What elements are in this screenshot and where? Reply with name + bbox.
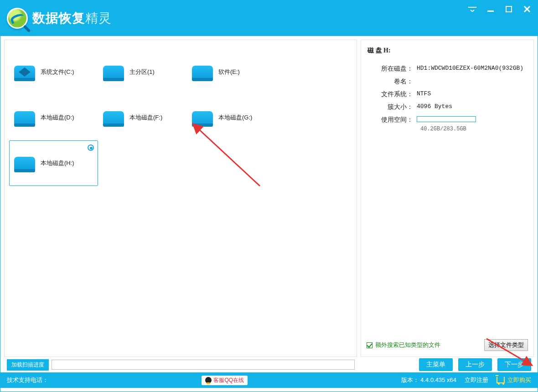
drive-item[interactable]: 主分区(1) [98,49,187,95]
main-menu-button[interactable]: 主菜单 [419,358,453,371]
drive-grid: 系统文件(C:)主分区(1)软件(E:)本地磁盘(D:)本地磁盘(F:)本地磁盘… [9,49,352,186]
app-title-suffix: 精灵 [85,11,112,25]
info-key: 卷名： [367,77,417,86]
info-title: 磁 盘 H: [367,46,528,55]
bottom-bar: 加载扫描进度 主菜单 上一步 下一步 [0,357,538,372]
drive-item[interactable]: 软件(E:) [187,49,276,95]
drive-label: 软件(E:) [218,68,240,76]
svg-rect-1 [506,6,512,12]
drive-item[interactable]: 本地磁盘(G:) [187,95,276,140]
drive-label: 主分区(1) [129,68,155,76]
drive-icon [103,63,125,81]
drive-item[interactable]: 本地磁盘(D:) [9,95,98,140]
load-progress-button[interactable]: 加载扫描进度 [7,359,49,371]
choose-filetype-button[interactable]: 选择文件类型 [484,339,528,351]
info-value: HD1:WDCWD10EZEX-60M2NA0(932GB) [417,65,528,73]
drive-icon [192,108,214,127]
drive-icon [192,63,214,81]
version-label: 版本： 4.4.0.435 x64 [401,376,456,384]
info-key: 簇大小： [367,103,417,111]
register-link[interactable]: 立即注册 [465,376,488,384]
info-value: 4096 Bytes [417,103,528,111]
title-bar: 数据恢复精灵 [0,0,538,36]
nav-buttons: 主菜单 上一步 下一步 [419,358,531,371]
drive-item[interactable]: 本地磁盘(H:) [9,140,98,186]
maximize-button[interactable] [505,5,513,13]
info-rows: 所在磁盘： HD1:WDCWD10EZEX-60M2NA0(932GB) 卷名：… [367,65,528,124]
drive-icon [14,108,36,127]
info-key: 文件系统： [367,90,417,98]
status-right: 版本： 4.4.0.435 x64 立即注册 立即购买 [401,376,531,384]
drive-icon [14,154,36,172]
main-area: 系统文件(C:)主分区(1)软件(E:)本地磁盘(D:)本地磁盘(F:)本地磁盘… [0,36,538,357]
info-value: NTFS [417,90,528,98]
qq-support-button[interactable]: 客服QQ在线 [202,376,248,385]
support-phone-label: 技术支持电话： [7,376,48,384]
cart-icon [497,377,505,383]
dropdown-button[interactable] [468,5,476,13]
drive-label: 本地磁盘(G:) [218,113,252,122]
info-value [417,77,528,86]
info-row-volume: 卷名： [367,77,528,86]
drive-item[interactable]: 本地磁盘(F:) [98,95,187,140]
minimize-button[interactable] [486,5,495,13]
info-row-filesystem: 文件系统： NTFS [367,90,528,98]
info-bottom: 额外搜索已知类型的文件 选择文件类型 [367,339,528,351]
usage-bar [417,116,476,122]
progress-path-input[interactable] [52,360,355,370]
usage-text: 40.2GB/283.5GB [420,126,528,132]
extra-search-checkbox[interactable]: 额外搜索已知类型的文件 [367,341,440,349]
drive-label: 本地磁盘(H:) [41,159,74,167]
drive-panel: 系统文件(C:)主分区(1)软件(E:)本地磁盘(D:)本地磁盘(F:)本地磁盘… [4,40,357,357]
app-title: 数据恢复精灵 [32,10,112,27]
qq-label: 客服QQ在线 [213,377,244,384]
svg-rect-0 [487,10,494,12]
qq-icon [205,377,212,383]
app-logo: 数据恢复精灵 [7,8,112,29]
info-row-usage: 使用空间： [367,116,528,124]
drive-label: 本地磁盘(D:) [41,113,74,122]
prev-button[interactable]: 上一步 [458,358,492,371]
drive-label: 系统文件(C:) [41,68,74,76]
drive-icon [103,108,125,127]
app-title-main: 数据恢复 [32,11,85,25]
info-row-cluster: 簇大小： 4096 Bytes [367,103,528,111]
drive-icon [14,63,36,81]
checkbox-icon [367,342,372,348]
info-key: 所在磁盘： [367,65,417,73]
drive-item[interactable]: 系统文件(C:) [9,49,98,95]
buy-label: 立即购买 [507,376,531,384]
info-key: 使用空间： [367,116,417,124]
next-button[interactable]: 下一步 [497,358,531,371]
buy-link[interactable]: 立即购买 [497,376,531,384]
drive-label: 本地磁盘(F:) [129,113,162,122]
info-row-disk: 所在磁盘： HD1:WDCWD10EZEX-60M2NA0(932GB) [367,65,528,73]
status-bar: 技术支持电话： 客服QQ在线 版本： 4.4.0.435 x64 立即注册 立即… [0,372,538,388]
selected-indicator-icon [88,144,94,151]
app-logo-icon [7,8,28,29]
info-panel: 磁 盘 H: 所在磁盘： HD1:WDCWD10EZEX-60M2NA0(932… [361,40,534,357]
close-button[interactable] [523,5,531,13]
extra-search-label: 额外搜索已知类型的文件 [375,341,440,349]
info-value [417,116,528,124]
window-controls [468,5,531,13]
